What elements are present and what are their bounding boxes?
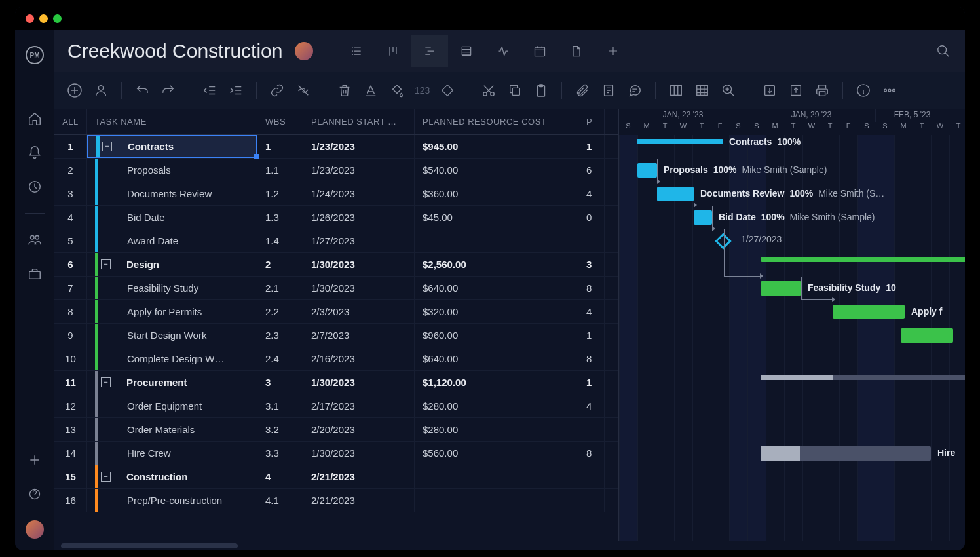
task-row[interactable]: 9Start Design Work2.32/7/2023$960.001	[54, 324, 618, 347]
task-name-cell[interactable]: −Design	[87, 253, 257, 276]
row-number[interactable]: 7	[54, 277, 87, 299]
task-name-cell[interactable]: Apply for Permits	[87, 300, 257, 323]
wbs-cell[interactable]: 1.1	[257, 159, 303, 182]
cost-cell[interactable]	[415, 489, 578, 512]
minimize-window-button[interactable]	[39, 14, 48, 23]
gantt-bar[interactable]	[761, 446, 931, 461]
p-cell[interactable]: 3	[578, 253, 605, 276]
wbs-cell[interactable]: 3.1	[257, 394, 303, 417]
task-name-cell[interactable]: Documents Review	[87, 182, 257, 205]
file-view-button[interactable]	[558, 35, 595, 67]
task-row[interactable]: 4Bid Date1.31/26/2023$45.000	[54, 206, 618, 229]
gantt-view-button[interactable]	[411, 35, 448, 67]
p-cell[interactable]	[578, 418, 605, 441]
copy-button[interactable]	[506, 82, 523, 99]
task-name-cell[interactable]: Hire Crew	[87, 442, 257, 465]
unlink-button[interactable]	[295, 82, 312, 99]
more-button[interactable]	[881, 82, 898, 99]
task-row[interactable]: 6−Design21/30/2023$2,560.003	[54, 253, 618, 277]
p-cell[interactable]: 6	[578, 159, 605, 182]
p-cell[interactable]	[578, 465, 605, 488]
collapse-toggle[interactable]: −	[102, 142, 112, 151]
gantt-bar[interactable]	[833, 305, 905, 319]
task-name-cell[interactable]: −Procurement	[87, 371, 257, 394]
export-button[interactable]	[787, 82, 804, 99]
row-number[interactable]: 6	[54, 253, 87, 276]
wbs-cell[interactable]: 2.1	[257, 277, 303, 299]
row-number[interactable]: 1	[54, 135, 87, 158]
task-name-cell[interactable]: Proposals	[87, 159, 257, 182]
project-owner-avatar[interactable]	[295, 42, 313, 60]
start-cell[interactable]: 1/30/2023	[303, 442, 415, 465]
wbs-cell[interactable]: 1.2	[257, 182, 303, 205]
p-cell[interactable]	[578, 489, 605, 512]
wbs-cell[interactable]: 1	[257, 135, 303, 158]
collapse-toggle[interactable]: −	[101, 259, 111, 269]
search-icon[interactable]	[935, 43, 952, 60]
add-icon[interactable]	[27, 452, 43, 468]
task-row[interactable]: 5Award Date1.41/27/2023	[54, 229, 618, 253]
start-cell[interactable]: 2/21/2023	[303, 489, 415, 512]
help-icon[interactable]	[27, 486, 43, 502]
cost-cell[interactable]: $560.00	[415, 442, 578, 465]
col-task-name[interactable]: TASK NAME	[87, 109, 257, 134]
p-cell[interactable]: 8	[578, 277, 605, 299]
row-number[interactable]: 9	[54, 324, 87, 347]
cost-cell[interactable]: $640.00	[415, 347, 578, 370]
p-cell[interactable]: 1	[578, 135, 605, 158]
collapse-toggle[interactable]: −	[101, 472, 111, 482]
p-cell[interactable]: 4	[578, 394, 605, 417]
wbs-cell[interactable]: 4	[257, 465, 303, 488]
wbs-cell[interactable]: 4.1	[257, 489, 303, 512]
calendar-view-button[interactable]	[521, 35, 558, 67]
close-window-button[interactable]	[26, 14, 34, 23]
gantt-bar[interactable]	[694, 210, 712, 225]
cost-cell[interactable]: $540.00	[415, 159, 578, 182]
row-number[interactable]: 11	[54, 371, 87, 394]
team-icon[interactable]	[27, 232, 43, 248]
p-cell[interactable]: 0	[578, 206, 605, 229]
list-view-button[interactable]	[338, 35, 375, 67]
delete-button[interactable]	[336, 82, 353, 99]
task-row[interactable]: 12Order Equipment3.12/17/2023$280.004	[54, 394, 618, 418]
gantt-bar[interactable]	[761, 257, 965, 262]
start-cell[interactable]: 1/23/2023	[303, 135, 415, 158]
row-number[interactable]: 4	[54, 206, 87, 229]
cost-cell[interactable]	[415, 229, 578, 252]
gantt-bar[interactable]	[637, 163, 657, 178]
cost-cell[interactable]: $960.00	[415, 324, 578, 347]
p-cell[interactable]: 1	[578, 371, 605, 394]
sheet-view-button[interactable]	[448, 35, 485, 67]
task-name-cell[interactable]: −Contracts	[87, 135, 257, 158]
indent-button[interactable]	[227, 82, 244, 99]
cost-cell[interactable]: $320.00	[415, 300, 578, 323]
row-number[interactable]: 16	[54, 489, 87, 512]
add-view-button[interactable]	[595, 35, 631, 67]
row-number[interactable]: 3	[54, 182, 87, 205]
p-cell[interactable]: 8	[578, 442, 605, 465]
start-cell[interactable]: 1/23/2023	[303, 159, 415, 182]
start-cell[interactable]: 1/30/2023	[303, 253, 415, 276]
p-cell[interactable]: 8	[578, 347, 605, 370]
cost-cell[interactable]: $360.00	[415, 182, 578, 205]
fill-button[interactable]	[388, 82, 405, 99]
cost-cell[interactable]	[415, 465, 578, 488]
print-button[interactable]	[814, 82, 831, 99]
horizontal-scrollbar[interactable]	[54, 541, 965, 550]
start-cell[interactable]: 1/27/2023	[303, 229, 415, 252]
redo-button[interactable]	[160, 82, 177, 99]
wbs-cell[interactable]: 3.3	[257, 442, 303, 465]
start-cell[interactable]: 2/3/2023	[303, 300, 415, 323]
start-cell[interactable]: 1/30/2023	[303, 371, 415, 394]
scrollbar-thumb[interactable]	[61, 543, 238, 548]
task-row[interactable]: 2Proposals1.11/23/2023$540.006	[54, 159, 618, 182]
milestone-button[interactable]	[439, 82, 456, 99]
wbs-cell[interactable]: 2.3	[257, 324, 303, 347]
app-logo[interactable]: PM	[26, 46, 44, 64]
task-name-cell[interactable]: Complete Design W…	[87, 347, 257, 370]
gantt-bar[interactable]	[657, 187, 694, 201]
wbs-cell[interactable]: 3	[257, 371, 303, 394]
task-row[interactable]: 1−Contracts11/23/2023$945.001	[54, 135, 618, 159]
task-row[interactable]: 7Feasibility Study2.11/30/2023$640.008	[54, 277, 618, 300]
text-format-button[interactable]	[362, 82, 379, 99]
